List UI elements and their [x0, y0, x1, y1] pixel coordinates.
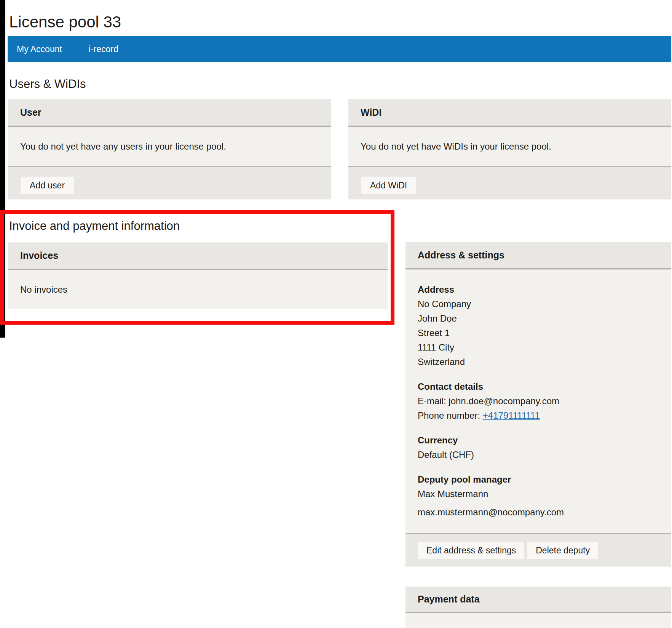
- phone-label: Phone number:: [418, 410, 483, 421]
- user-card-header: User: [8, 99, 331, 127]
- address-line-country: Switzerland: [418, 355, 671, 369]
- address-line-street: Street 1: [418, 326, 671, 340]
- page: { "page": { "title": "License pool 33" }…: [0, 0, 672, 628]
- widi-card-footer: Add WiDI: [348, 166, 671, 199]
- delete-deputy-button[interactable]: Delete deputy: [527, 542, 599, 559]
- section-heading-invoice-payment: Invoice and payment information: [9, 219, 180, 233]
- address-settings-title: Address & settings: [418, 250, 504, 261]
- invoices-card-header: Invoices: [8, 242, 388, 270]
- deputy-email: max.mustermann@nocompany.com: [418, 505, 671, 520]
- invoices-card-body: No invoices: [8, 270, 388, 309]
- payment-data-body: [405, 613, 671, 628]
- contact-phone-line: Phone number: +41791111111: [418, 408, 671, 423]
- address-settings-body: Address No Company John Doe Street 1 111…: [405, 269, 671, 533]
- currency-label: Currency: [418, 433, 671, 448]
- section-heading-users-widis: Users & WiDIs: [9, 77, 86, 91]
- address-settings-header: Address & settings: [405, 242, 671, 269]
- deputy-name: Max Mustermann: [418, 487, 671, 501]
- widi-card-header: WiDI: [348, 99, 671, 127]
- page-title: License pool 33: [9, 13, 121, 31]
- main-nav: My Account i-record: [8, 36, 671, 62]
- widi-card-title: WiDI: [361, 107, 381, 118]
- address-line-name: John Doe: [418, 311, 671, 326]
- user-card-footer: Add user: [8, 166, 331, 199]
- address-settings-footer: Edit address & settingsDelete deputy: [405, 533, 671, 566]
- user-card-body: You do not yet have any users in your li…: [8, 127, 331, 166]
- payment-data-card: Payment data: [405, 587, 671, 628]
- contact-email-line: E-mail: john.doe@nocompany.com: [418, 394, 671, 408]
- address-settings-card: Address & settings Address No Company Jo…: [405, 242, 671, 567]
- user-empty-message: You do not yet have any users in your li…: [20, 141, 226, 152]
- invoices-card: Invoices No invoices: [8, 242, 388, 309]
- address-line-city: 1111 City: [418, 340, 671, 355]
- widi-card-body: You do not yet have WiDIs in your licens…: [348, 127, 671, 166]
- deputy-label: Deputy pool manager: [418, 472, 671, 487]
- address-line-company: No Company: [418, 297, 671, 311]
- payment-data-title: Payment data: [418, 594, 480, 605]
- phone-number-link[interactable]: +41791111111: [483, 410, 540, 421]
- payment-data-header: Payment data: [405, 587, 671, 613]
- user-card: User You do not yet have any users in yo…: [8, 99, 331, 199]
- nav-item-i-record[interactable]: i-record: [89, 44, 118, 54]
- nav-item-my-account[interactable]: My Account: [17, 44, 62, 54]
- invoices-card-title: Invoices: [20, 250, 58, 261]
- address-label: Address: [418, 282, 671, 297]
- user-card-title: User: [20, 107, 42, 118]
- currency-value: Default (CHF): [418, 448, 671, 462]
- edit-address-settings-button[interactable]: Edit address & settings: [418, 542, 525, 559]
- widi-empty-message: You do not yet have WiDIs in your licens…: [361, 141, 551, 152]
- contact-details-label: Contact details: [418, 379, 671, 394]
- add-user-button[interactable]: Add user: [20, 176, 74, 194]
- add-widi-button[interactable]: Add WiDI: [361, 176, 417, 194]
- widi-card: WiDI You do not yet have WiDIs in your l…: [348, 99, 671, 199]
- screenshot-edge-artifact: [0, 0, 5, 338]
- no-invoices-message: No invoices: [20, 284, 67, 295]
